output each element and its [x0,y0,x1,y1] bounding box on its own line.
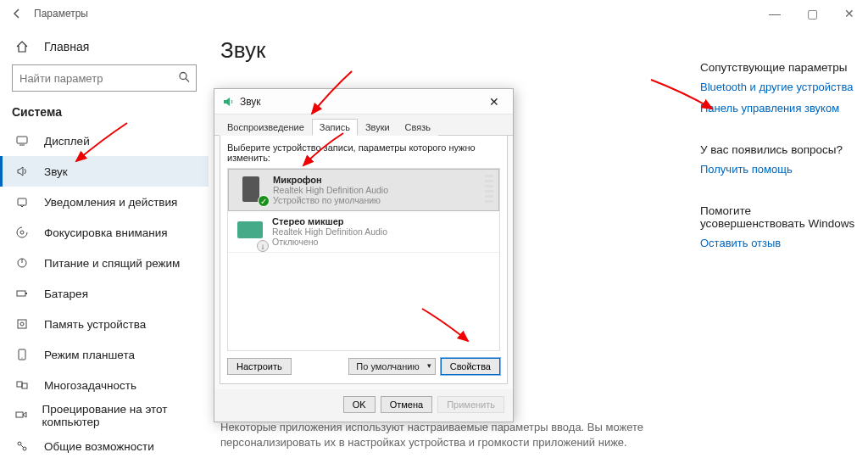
svg-point-17 [18,442,21,445]
tab-playback[interactable]: Воспроизведение [220,119,312,136]
minimize-button[interactable]: — [756,0,793,27]
svg-point-13 [21,357,22,358]
sidebar-item-battery[interactable]: Батарея [0,278,209,309]
device-name: Стерео микшер [272,216,387,226]
battery-icon [12,283,32,304]
svg-line-1 [186,79,189,82]
properties-button[interactable]: Свойства [441,358,500,375]
section-title: Система [0,100,209,126]
sidebar-item-display[interactable]: Дисплей [0,126,209,156]
device-list[interactable]: ✓ Микрофон Realtek High Definition Audio… [227,168,500,351]
search-input[interactable] [12,64,197,92]
svg-line-19 [21,445,24,448]
window-titlebar: Параметры — ▢ ✕ [0,0,868,27]
sidebar-item-tablet[interactable]: Режим планшета [0,339,209,370]
sidebar-item-power[interactable]: Питание и спящий режим [0,248,209,278]
set-default-dropdown[interactable]: По умолчанию [348,358,435,375]
feedback-title: Помогите усовершенствовать Windows [700,204,856,230]
mixer-icon: ↓ [235,216,265,247]
sidebar-item-storage[interactable]: Память устройства [0,309,209,339]
tab-sounds[interactable]: Звуки [358,119,398,136]
page-title: Звук [220,37,688,64]
dialog-footer: OK Отмена Применить [214,389,513,422]
get-help-link[interactable]: Получить помощь [700,163,856,177]
notify-icon [12,192,32,212]
device-driver: Realtek High Definition Audio [273,185,388,195]
window-system-buttons: — ▢ ✕ [756,0,868,27]
dialog-titlebar: Звук ✕ [214,89,513,114]
svg-rect-8 [17,291,25,296]
home-icon [12,36,32,57]
multi-icon [12,375,32,395]
apply-button[interactable]: Применить [437,396,504,413]
device-microphone[interactable]: ✓ Микрофон Realtek High Definition Audio… [228,169,499,211]
cancel-button[interactable]: Отмена [381,396,432,413]
check-icon: ✓ [258,195,270,207]
sidebar-item-project[interactable]: Проецирование на этот компьютер [0,400,209,431]
sidebar-item-sound[interactable]: Звук [0,156,209,187]
svg-rect-16 [16,412,23,417]
close-button[interactable]: ✕ [831,0,868,27]
display-icon [12,131,32,151]
svg-point-0 [180,73,186,80]
page-description: Некоторые приложения используют настраив… [220,420,688,450]
sidebar-item-focus[interactable]: Фокусировка внимания [0,217,209,248]
related-panel: Сопутствующие параметры Bluetooth и друг… [700,61,868,278]
sidebar-item-label: Фокусировка внимания [44,226,168,239]
device-name: Микрофон [273,175,388,185]
svg-rect-4 [18,198,26,205]
configure-button[interactable]: Настроить [227,358,292,375]
sidebar-item-label: Режим планшета [44,349,135,361]
svg-rect-15 [22,383,27,388]
tab-communications[interactable]: Связь [398,119,438,136]
svg-rect-10 [18,320,26,328]
sound-icon [12,161,32,182]
svg-point-5 [20,231,24,234]
storage-icon [12,314,32,334]
svg-point-11 [20,322,24,326]
focus-icon [12,222,32,243]
dialog-prompt: Выберите устройство записи, параметры ко… [227,142,500,163]
sidebar-item-label: Звук [44,165,68,178]
dialog-body: Выберите устройство записи, параметры ко… [220,136,508,384]
svg-rect-9 [25,293,27,294]
power-icon [12,253,32,273]
ok-button[interactable]: OK [343,396,376,413]
dialog-title: Звук [240,96,481,108]
project-icon [12,405,30,426]
related-title: Сопутствующие параметры [700,61,856,74]
dialog-tabs: Воспроизведение Запись Звуки Связь [214,114,513,136]
sidebar-item-notify[interactable]: Уведомления и действия [0,187,209,217]
svg-rect-2 [17,137,27,143]
search-icon [178,71,190,86]
questions-title: У вас появились вопросы? [700,143,856,156]
home-link[interactable]: Главная [0,32,209,61]
microphone-icon: ✓ [236,175,266,205]
device-status: Отключено [272,237,387,247]
tablet-icon [12,344,32,365]
device-status: Устройство по умолчанию [273,195,388,205]
sidebar-item-label: Уведомления и действия [44,196,177,209]
sidebar-item-label: Проецирование на этот компьютер [42,403,209,428]
sidebar-item-label: Многозадачность [44,379,136,392]
svg-rect-14 [17,382,22,387]
down-arrow-icon: ↓ [257,240,269,252]
maximize-button[interactable]: ▢ [793,0,831,27]
device-stereo-mixer[interactable]: ↓ Стерео микшер Realtek High Definition … [228,211,499,253]
home-label: Главная [44,40,89,53]
tab-recording[interactable]: Запись [312,119,358,136]
sidebar: Главная Система ДисплейЗвукУведомления и… [0,27,209,458]
dialog-close-button[interactable]: ✕ [481,92,508,111]
sidebar-item-label: Питание и спящий режим [44,257,180,270]
sidebar-item-label: Общие возможности [44,440,154,453]
feedback-link[interactable]: Оставить отзыв [700,237,856,251]
search-wrap [0,61,209,100]
sound-control-panel-link[interactable]: Панель управления звуком [700,102,856,116]
speaker-icon [221,95,235,109]
sidebar-item-shared[interactable]: Общие возможности [0,431,209,458]
sidebar-item-label: Память устройства [44,318,146,331]
bluetooth-link[interactable]: Bluetooth и другие устройства [700,81,856,95]
sidebar-item-multi[interactable]: Многозадачность [0,370,209,400]
back-button[interactable] [7,3,27,24]
sound-dialog: Звук ✕ Воспроизведение Запись Звуки Связ… [214,88,514,422]
